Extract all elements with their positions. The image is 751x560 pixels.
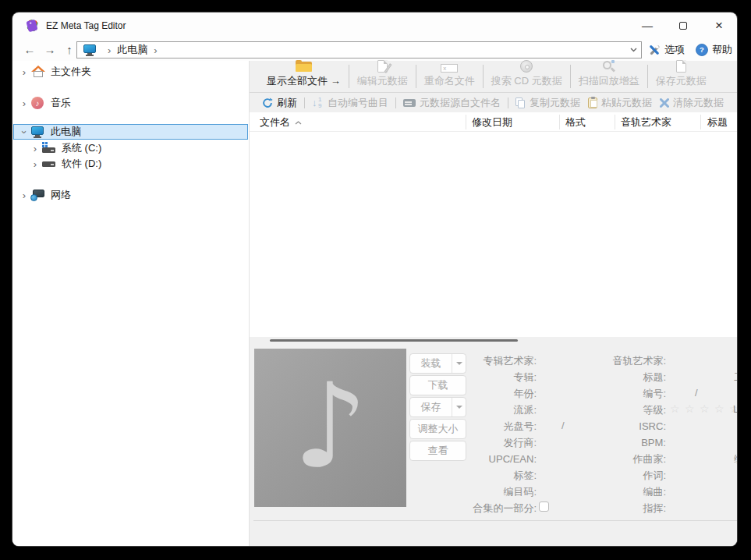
label-catalog: 编目码:: [412, 485, 537, 498]
auto-number-tracks-button[interactable]: ↓19 自动编号曲目: [308, 96, 392, 110]
sidebar-item-drive-c[interactable]: › 系统 (C:): [13, 140, 248, 156]
save-metadata-button[interactable]: 保存元数据: [648, 61, 714, 92]
music-note-icon: ♪: [293, 367, 368, 484]
search-cd-metadata-button[interactable]: 搜索 CD 元数据: [484, 61, 570, 92]
bpm-field[interactable]: [669, 436, 730, 449]
maximize-button[interactable]: [665, 12, 701, 39]
up-icon: ↑: [66, 43, 73, 56]
paste-metadata-button[interactable]: 粘贴元数据: [584, 96, 656, 110]
file-list-header: 文件名 修改日期 格式 音轨艺术家 标题: [250, 112, 737, 132]
copy-icon: [515, 97, 526, 108]
track-number-field[interactable]: [669, 387, 688, 400]
label-genre: 流派:: [412, 403, 537, 416]
expand-chevron-icon[interactable]: ›: [18, 66, 30, 78]
refresh-button[interactable]: 刷新: [258, 96, 301, 110]
rating-stars[interactable]: ☆ ☆ ☆ ☆ ☆: [670, 402, 737, 415]
chevron-down-icon: [630, 48, 637, 52]
expand-chevron-icon[interactable]: ›: [18, 97, 30, 109]
compilation-checkbox[interactable]: [539, 502, 549, 512]
sidebar-item-home[interactable]: › 主文件夹: [13, 64, 248, 80]
show-all-files-button[interactable]: 显示全部文件 →: [259, 61, 349, 92]
title-field[interactable]: [669, 370, 730, 384]
close-button[interactable]: ×: [701, 12, 737, 39]
cd-icon: [520, 60, 533, 73]
sidebar-item-network[interactable]: › 网络: [13, 187, 248, 203]
clear-metadata-button[interactable]: 清除元数据: [656, 96, 728, 110]
help-button[interactable]: ? 帮助: [696, 41, 732, 58]
arranger-field[interactable]: [669, 485, 730, 498]
network-icon: [30, 189, 46, 201]
computer-icon: [83, 44, 97, 56]
drive-icon: [41, 158, 57, 170]
toolbar-separator: [508, 97, 508, 108]
main-toolbar: 显示全部文件 → 编辑元数据 x 重命名文件 搜索 CD 元数据: [250, 61, 737, 93]
label-part-of-compilation: 合集的一部分:: [412, 502, 537, 515]
title-bar: EZ Meta Tag Editor — ×: [12, 12, 737, 39]
rename-file-button[interactable]: x 重命名文件: [416, 61, 483, 92]
breadcrumb-root[interactable]: 此电脑: [117, 43, 147, 57]
paste-clipboard-icon: [588, 97, 597, 108]
music-icon: ♪: [30, 97, 46, 109]
sidebar-item-music[interactable]: › ♪ 音乐: [13, 95, 248, 111]
copy-metadata-button[interactable]: 复制元数据: [512, 96, 584, 110]
label-title: 标题:: [557, 370, 666, 384]
metadata-from-filename-button[interactable]: 元数据源自文件名: [399, 96, 505, 110]
label-album-artist: 专辑艺术家:: [412, 354, 537, 367]
conductor-field[interactable]: [669, 502, 730, 515]
computer-icon: [30, 126, 46, 138]
forward-button[interactable]: →: [41, 41, 59, 59]
filename-tag-icon: [403, 99, 416, 107]
drive-windows-icon: [41, 142, 57, 154]
column-header-title[interactable]: 标题: [707, 115, 728, 129]
minimize-icon: —: [642, 19, 653, 32]
disc-number-field[interactable]: [540, 420, 558, 433]
column-header-format[interactable]: 格式: [565, 115, 586, 129]
expand-chevron-icon[interactable]: ›: [29, 158, 41, 170]
clipped-rating-text: La: [733, 403, 737, 415]
column-header-track-artist[interactable]: 音轨艺术家: [621, 115, 671, 129]
label-arranger: 编曲:: [557, 485, 666, 498]
album-art-placeholder[interactable]: ♪: [254, 349, 406, 507]
sidebar-item-this-pc[interactable]: › 此电脑: [13, 124, 248, 140]
label-year: 年份:: [412, 387, 537, 400]
collapse-chevron-icon[interactable]: ›: [18, 126, 30, 138]
minimize-button[interactable]: —: [629, 12, 665, 39]
window-title: EZ Meta Tag Editor: [46, 20, 126, 31]
label-publisher: 发行商:: [412, 436, 537, 449]
folder-icon: [296, 60, 312, 73]
svg-text:?: ?: [700, 45, 704, 54]
isrc-field[interactable]: [669, 420, 730, 433]
lyricist-field[interactable]: [669, 469, 730, 482]
address-dropdown-button[interactable]: [625, 48, 641, 52]
help-label: 帮助: [712, 43, 732, 57]
address-bar[interactable]: › 此电脑 ›: [76, 41, 642, 58]
label-disc-number: 光盘号:: [412, 420, 537, 433]
label-track-number: 编号:: [557, 387, 666, 400]
label-bpm: BPM:: [557, 436, 666, 449]
composer-field[interactable]: [669, 452, 730, 466]
panel-divider: [253, 520, 737, 521]
file-list-body[interactable]: [250, 132, 737, 336]
options-button[interactable]: 选项: [647, 41, 685, 58]
app-window: EZ Meta Tag Editor — × ← → ↑ › 此电脑 ›: [12, 12, 737, 546]
tools-icon: [647, 44, 661, 57]
main-content: 显示全部文件 → 编辑元数据 x 重命名文件 搜索 CD 元数据: [249, 61, 737, 546]
label-rating: 等级:: [557, 403, 666, 416]
scan-replaygain-button[interactable]: 扫描回放增益: [571, 61, 647, 92]
label-isrc: ISRC:: [557, 420, 666, 433]
rename-textbox-icon: x: [441, 63, 458, 73]
edit-metadata-button[interactable]: 编辑元数据: [349, 61, 416, 92]
folder-tree: › 主文件夹 › ♪ 音乐 › 此电脑 › 系统 (C:) ›: [12, 61, 249, 546]
expand-chevron-icon[interactable]: ›: [29, 143, 41, 154]
panel-splitter-handle[interactable]: [270, 339, 518, 342]
column-header-filename[interactable]: 文件名: [260, 115, 302, 129]
clipped-label-fragment: 编: [734, 452, 737, 466]
sort-asc-icon: [295, 121, 302, 125]
column-header-modified-date[interactable]: 修改日期: [472, 115, 512, 129]
track-artist-field[interactable]: [669, 354, 730, 367]
expand-chevron-icon[interactable]: ›: [18, 190, 30, 201]
label-track-artist: 音轨艺术家:: [557, 354, 666, 367]
label-lyricist: 作词:: [557, 469, 666, 482]
back-button[interactable]: ←: [20, 41, 39, 59]
sidebar-item-drive-d[interactable]: › 软件 (D:): [13, 156, 248, 172]
